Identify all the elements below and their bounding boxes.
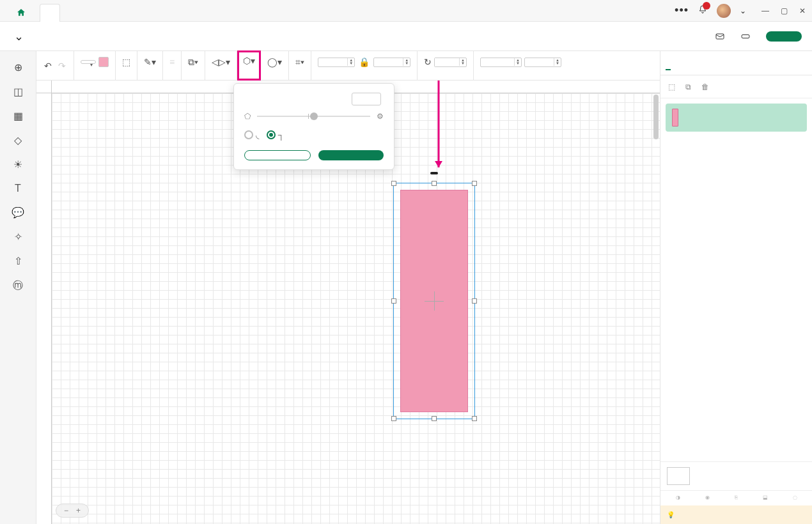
center-mark-icon	[425, 291, 444, 311]
window-minimize[interactable]: —	[761, 6, 769, 15]
resize-handle-br[interactable]	[472, 416, 477, 421]
resize-handle-bl[interactable]	[391, 416, 396, 421]
notifications-button[interactable]	[698, 4, 708, 17]
size-width-input[interactable]: ▲▼	[318, 58, 355, 67]
sidebar-phrases[interactable]: 💬	[0, 201, 36, 226]
sidebar-projects[interactable]: ▦	[0, 105, 36, 129]
window-close[interactable]: ✕	[799, 6, 806, 15]
user-menu[interactable]: ⌄	[740, 6, 746, 15]
flatten-icon: ⬓	[763, 495, 768, 500]
arrange-button[interactable]: ⧉▾	[188, 57, 198, 68]
duplicate-icon[interactable]: ⧉	[685, 82, 691, 91]
shapes-icon: ◇	[14, 134, 22, 146]
monogram-icon: ⓜ	[13, 279, 23, 293]
cancel-button[interactable]	[244, 150, 311, 160]
resize-handle-tm[interactable]	[432, 181, 437, 186]
templates-icon: ◫	[13, 86, 23, 98]
upload-icon: ⇧	[14, 255, 22, 267]
plus-circle-icon: ⊕	[14, 61, 22, 73]
sidebar-text[interactable]: T	[0, 178, 36, 201]
apply-button[interactable]	[318, 150, 384, 160]
edit-button[interactable]: ✎▾	[144, 57, 156, 67]
size-height-input[interactable]: ▲▼	[373, 58, 410, 67]
action-flatten: ⬓	[763, 495, 768, 502]
svg-rect-0	[716, 34, 724, 39]
selection-box[interactable]	[393, 183, 475, 419]
layer-item[interactable]	[666, 104, 807, 132]
warp-button[interactable]: ⌗▾	[295, 57, 304, 68]
sidebar-images[interactable]: ☀	[0, 153, 36, 178]
mystuff-button[interactable]	[715, 31, 729, 42]
distance-input[interactable]	[352, 93, 381, 105]
machine-button[interactable]	[740, 31, 754, 42]
ruler-vertical	[36, 93, 52, 524]
delete-icon[interactable]: 🗑	[701, 82, 709, 91]
sidebar-editable-images[interactable]: ✧	[0, 226, 36, 250]
scrollbar-vertical[interactable]	[653, 95, 659, 139]
more-menu-icon[interactable]: •••	[675, 4, 689, 17]
resize-handle-tr[interactable]	[472, 181, 477, 186]
phrases-icon: 💬	[12, 206, 24, 219]
contour-icon: ◌	[793, 495, 797, 500]
window-maximize[interactable]: ▢	[781, 6, 788, 15]
zoom-in-icon[interactable]: +	[76, 506, 81, 515]
toolbar: ↶ ↷ ⬚ ✎▾ ≡	[36, 51, 660, 81]
make-button[interactable]	[766, 31, 802, 42]
corner-square-icon: ┐	[278, 130, 285, 140]
chevron-down-icon: ⌄	[740, 6, 746, 15]
distance-slider[interactable]	[257, 116, 370, 117]
canvas[interactable]: ⬠ ⚙ ◟ ┐	[36, 81, 660, 524]
envelope-icon	[715, 31, 725, 42]
attach-icon: ⎘	[735, 495, 738, 500]
resize-handle-bm[interactable]	[432, 416, 437, 421]
projects-icon: ▦	[13, 110, 23, 122]
redo-button[interactable]: ↷	[58, 61, 66, 71]
tab-layers[interactable]	[666, 56, 671, 70]
corner-square-option[interactable]: ┐	[267, 130, 285, 140]
rotate-icon[interactable]: ↻	[424, 57, 432, 67]
tab-color-sync[interactable]	[682, 57, 687, 70]
document-title[interactable]: ⌄	[10, 29, 24, 43]
sidebar-upload[interactable]: ⇧	[0, 250, 36, 274]
tab-home[interactable]	[6, 4, 40, 22]
tab-canvas[interactable]	[40, 4, 60, 22]
resize-handle-ml[interactable]	[391, 298, 396, 304]
rotate-input[interactable]: ▲▼	[434, 58, 467, 67]
zoom-control[interactable]: − +	[56, 504, 89, 518]
create-sticker-button[interactable]: ◯▾	[267, 57, 282, 67]
undo-button[interactable]: ↶	[44, 61, 52, 71]
position-y-input[interactable]: ▲▼	[524, 58, 561, 67]
machine-icon	[740, 31, 751, 42]
left-sidebar: ⊕ ◫ ▦ ◇ ☀ T 💬 ✧ ⇧ ⓜ	[0, 51, 36, 524]
slice-icon: ◑	[676, 495, 680, 500]
deselect-button[interactable]: ⬚	[122, 57, 130, 67]
lightbulb-icon: 💡	[667, 511, 675, 518]
lock-aspect-icon[interactable]: 🔒	[359, 57, 370, 67]
offset-button[interactable]: ⬡▾	[243, 56, 255, 66]
svg-rect-1	[742, 35, 749, 38]
ungroup-icon[interactable]: ⬚	[668, 82, 675, 91]
blank-canvas-row[interactable]	[660, 461, 812, 491]
zoom-out-icon[interactable]: −	[64, 506, 68, 515]
flip-button[interactable]: ◁▷▾	[212, 57, 230, 67]
operation-select[interactable]	[81, 60, 96, 64]
pentagon-icon: ⬠	[244, 112, 251, 121]
sidebar-new[interactable]: ⊕	[0, 56, 36, 81]
home-icon	[16, 8, 26, 18]
sidebar-shapes[interactable]: ◇	[0, 129, 36, 153]
position-x-input[interactable]: ▲▼	[480, 58, 522, 67]
corner-round-option[interactable]: ◟	[244, 130, 259, 140]
action-attach: ⎘	[735, 495, 738, 502]
action-combine: ◉	[705, 495, 710, 502]
gear-icon: ⚙	[377, 112, 384, 121]
ruler-corner	[36, 81, 52, 93]
notification-badge	[703, 2, 710, 10]
avatar[interactable]	[717, 4, 731, 18]
dimension-badge	[430, 172, 438, 174]
sidebar-templates[interactable]: ◫	[0, 81, 36, 105]
sidebar-monogram[interactable]: ⓜ	[0, 274, 36, 300]
resize-handle-mr[interactable]	[472, 298, 477, 304]
resize-handle-tl[interactable]	[391, 181, 396, 186]
tip-banner[interactable]: 💡	[660, 505, 812, 524]
color-swatch[interactable]	[98, 57, 109, 67]
